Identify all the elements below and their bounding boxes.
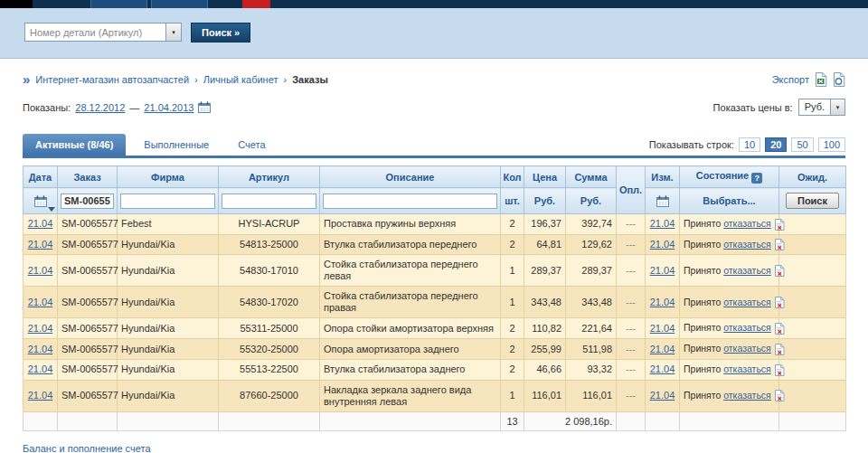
row-wait xyxy=(779,339,846,360)
row-qty: 2 xyxy=(501,234,524,255)
status-filter-select[interactable]: Выбрать... xyxy=(703,195,755,206)
row-qty: 1 xyxy=(501,255,524,287)
row-changed-link[interactable]: 21.04 xyxy=(650,344,675,354)
export-control: Экспорт xyxy=(772,72,845,87)
row-changed-link[interactable]: 21.04 xyxy=(650,265,675,276)
period-to-link[interactable]: 21.04.2013 xyxy=(144,102,193,113)
row-wait xyxy=(779,234,846,255)
row-decline-link[interactable]: отказаться xyxy=(723,297,771,307)
qty-unit-label: шт. xyxy=(501,188,524,214)
row-changed-link[interactable]: 21.04 xyxy=(650,390,675,401)
row-decline-link[interactable]: отказаться xyxy=(723,265,771,276)
row-changed-link[interactable]: 21.04 xyxy=(650,323,675,334)
changed-filter-calendar-icon[interactable] xyxy=(656,195,669,207)
row-qty: 2 xyxy=(501,318,524,339)
row-decline-link[interactable]: отказаться xyxy=(723,239,771,250)
row-order-number: SM-0065577 xyxy=(58,287,118,318)
row-decline-link[interactable]: отказаться xyxy=(723,363,771,374)
part-number-input[interactable] xyxy=(25,24,165,41)
balance-link[interactable]: Баланс и пополнение счета xyxy=(23,443,151,453)
firm-filter-input[interactable] xyxy=(120,193,215,209)
row-date-link[interactable]: 21.04 xyxy=(28,390,53,401)
row-decline-link[interactable]: отказаться xyxy=(723,322,771,333)
row-date-link[interactable]: 21.04 xyxy=(28,363,53,374)
col-header-date[interactable]: Дата xyxy=(24,166,58,188)
col-header-qty[interactable]: Кол xyxy=(501,166,524,188)
col-header-order[interactable]: Заказ xyxy=(58,166,118,188)
col-header-price[interactable]: Цена xyxy=(524,166,566,188)
row-decline-doc-icon[interactable] xyxy=(774,265,785,277)
date-filter-calendar-icon[interactable] xyxy=(34,195,47,207)
period-calendar-icon[interactable] xyxy=(198,101,211,113)
row-decline-doc-icon[interactable] xyxy=(774,364,785,376)
table-totals-row: 13 2 098,16р. xyxy=(24,411,846,430)
row-decline-doc-icon[interactable] xyxy=(774,219,785,231)
row-date-link[interactable]: 21.04 xyxy=(28,344,53,354)
col-header-status[interactable]: Состояние? xyxy=(680,166,779,188)
row-decline-doc-icon[interactable] xyxy=(774,297,785,308)
price-unit-label: Руб. xyxy=(524,188,566,214)
col-header-wait[interactable]: Ожид. xyxy=(779,166,846,188)
row-paid: --- xyxy=(617,318,646,339)
combo-dropdown-arrow-icon[interactable]: ▼ xyxy=(165,24,181,41)
col-header-firm[interactable]: Фирма xyxy=(118,166,219,188)
row-decline-doc-icon[interactable] xyxy=(774,323,785,335)
row-date-link[interactable]: 21.04 xyxy=(28,297,53,307)
page-size-100[interactable]: 100 xyxy=(818,137,845,152)
row-date-link[interactable]: 21.04 xyxy=(28,218,53,229)
row-date-link[interactable]: 21.04 xyxy=(28,323,53,334)
period-from-link[interactable]: 28.12.2012 xyxy=(75,102,125,113)
breadcrumb-shop-link[interactable]: Интернет-магазин автозапчастей xyxy=(35,74,189,85)
part-search-button[interactable]: Поиск » xyxy=(191,23,250,42)
top-nav-tab[interactable] xyxy=(90,0,147,8)
row-article: 55311-25000 xyxy=(219,318,320,339)
export-link[interactable]: Экспорт xyxy=(772,74,809,85)
row-date-link[interactable]: 21.04 xyxy=(28,265,53,276)
export-excel-icon[interactable] xyxy=(814,72,827,87)
row-qty: 2 xyxy=(501,359,524,380)
export-alt-icon[interactable] xyxy=(832,72,845,87)
description-filter-input[interactable] xyxy=(323,193,497,209)
order-filter-input[interactable] xyxy=(61,193,114,209)
row-article: 87660-25000 xyxy=(219,380,320,411)
row-sum: 343,48 xyxy=(566,287,617,318)
row-decline-link[interactable]: отказаться xyxy=(723,218,771,229)
date-sort-icon[interactable] xyxy=(48,207,55,212)
breadcrumb-account-link[interactable]: Личный кабинет xyxy=(203,74,278,85)
row-decline-doc-icon[interactable] xyxy=(774,344,785,355)
currency-select-arrow-icon: ▼ xyxy=(830,99,844,115)
row-date-link[interactable]: 21.04 xyxy=(28,239,53,250)
row-decline-link[interactable]: отказаться xyxy=(723,343,771,354)
col-header-paid[interactable]: Опл. xyxy=(617,166,646,214)
row-qty: 2 xyxy=(501,214,524,235)
row-changed-link[interactable]: 21.04 xyxy=(650,218,675,229)
order-row: 21.04 SM-0065577 Hyundai/Kia 54830-17020… xyxy=(24,287,846,318)
row-decline-doc-icon[interactable] xyxy=(774,239,785,250)
row-changed-link[interactable]: 21.04 xyxy=(650,297,675,307)
row-changed-link[interactable]: 21.04 xyxy=(650,363,675,374)
tab-completed-orders[interactable]: Выполненные xyxy=(133,134,220,156)
row-status: Принято xyxy=(684,239,721,250)
table-search-button[interactable]: Поиск xyxy=(786,193,839,209)
col-header-changed[interactable]: Изм. xyxy=(646,166,680,188)
row-decline-link[interactable]: отказаться xyxy=(723,390,771,401)
page-size-50[interactable]: 50 xyxy=(791,137,813,152)
col-header-sum[interactable]: Сумма xyxy=(566,166,617,188)
col-header-description[interactable]: Описание xyxy=(320,166,501,188)
page-size-20[interactable]: 20 xyxy=(765,137,787,152)
row-order-number: SM-0065577 xyxy=(58,339,118,360)
row-decline-doc-icon[interactable] xyxy=(774,390,785,401)
article-filter-input[interactable] xyxy=(222,193,316,209)
top-nav-tab[interactable] xyxy=(151,0,208,8)
status-help-icon[interactable]: ? xyxy=(751,173,762,184)
row-order-number: SM-0065577 xyxy=(58,380,118,411)
row-wait xyxy=(779,380,846,411)
tab-invoices[interactable]: Счета xyxy=(227,134,276,156)
row-sum: 129,62 xyxy=(566,234,617,255)
order-row: 21.04 SM-0065577 Febest HYSI-ACRUP Прост… xyxy=(24,214,846,235)
page-size-10[interactable]: 10 xyxy=(739,137,760,152)
tab-active-orders[interactable]: Активные (8/46) xyxy=(23,134,126,156)
col-header-article[interactable]: Артикул xyxy=(219,166,320,188)
currency-select[interactable]: Руб. ▼ xyxy=(798,99,845,116)
row-changed-link[interactable]: 21.04 xyxy=(650,239,675,250)
